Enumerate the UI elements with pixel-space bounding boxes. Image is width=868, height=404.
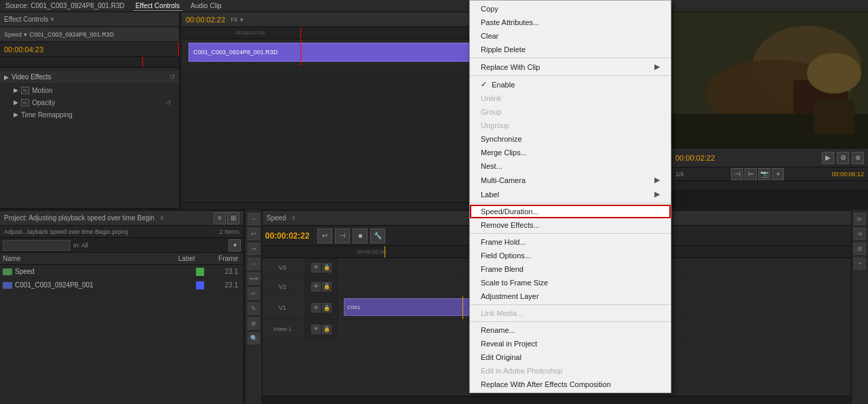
ctx-reveal-project[interactable]: Reveal in Project (470, 337, 671, 350)
sidebar-btn-1[interactable]: ⊳ (854, 213, 866, 225)
ctx-synchronize[interactable]: Synchronize (470, 132, 671, 146)
ctx-field-options[interactable]: Field Options... (470, 249, 671, 262)
ctx-sep-1 (470, 58, 671, 58)
project-list-btn[interactable]: ≡ (214, 212, 226, 224)
top-tl-clip-name: C001_C003_0924P8_001.R3D (193, 49, 278, 56)
c001-label-box (196, 281, 204, 289)
ctx-multi-camera[interactable]: Multi-Camera ▶ (470, 173, 671, 187)
ctx-label[interactable]: Label ▶ (470, 187, 671, 201)
tl-tool-9[interactable]: 🔍 (248, 332, 260, 344)
ctx-nest[interactable]: Nest... (470, 159, 671, 173)
preview-scrollbar[interactable] (671, 180, 868, 190)
project-search-input[interactable] (3, 240, 71, 251)
sidebar-btn-2[interactable]: ⊲ (854, 228, 866, 240)
tl-tool-7[interactable]: ✎ (248, 302, 260, 315)
tl-tool-2[interactable]: ↩ (248, 228, 260, 240)
preview-mark-in[interactable]: ⊣ (731, 168, 743, 180)
c001-item-icon (3, 282, 12, 289)
ctx-rename[interactable]: Rename... (470, 323, 671, 337)
sidebar-btn-4[interactable]: + (854, 258, 866, 270)
motion-effect[interactable]: ▶ fx Motion (0, 84, 179, 96)
opacity-reset[interactable]: ↺ (165, 99, 171, 106)
project-path-text: Adjusti...layback speed over time Begin.… (4, 228, 128, 235)
ctx-copy[interactable]: Copy (470, 2, 671, 16)
opacity-effect[interactable]: ▶ fx Opacity ↺ (0, 96, 179, 108)
effects-list: ▶ Video Effects ↺ ▶ fx Motion ▶ fx Opaci… (0, 68, 179, 123)
ctx-speed-duration[interactable]: Speed/Duration... (470, 205, 671, 218)
tl-tool-3[interactable]: ⊸ (248, 243, 260, 255)
track-audio1-label: Video 1 (262, 320, 303, 338)
project-in-all[interactable]: In: All (73, 242, 88, 249)
tl-ctrl-wrench[interactable]: 🔧 (370, 228, 385, 243)
ctx-edit-photoshop[interactable]: Edit in Adobe Photoshop (470, 364, 671, 378)
timeline-timecode: 00:00:02:22 (265, 231, 309, 241)
tl-ctrl-clip[interactable]: ⊣ (335, 228, 350, 243)
ctx-replace-with-clip[interactable]: Replace With Clip ▶ (470, 60, 671, 74)
tl-tool-4[interactable]: ↔ (248, 258, 260, 270)
track-audio1-lock[interactable]: 🔒 (322, 325, 332, 334)
ctx-paste-attr[interactable]: Paste Attributes... (470, 16, 671, 29)
track-v2-eye[interactable]: 👁 (311, 282, 321, 291)
ctx-replace-ae[interactable]: Replace With After Effects Composition (470, 378, 671, 391)
ctx-group[interactable]: Group (470, 105, 671, 119)
time-remapping-effect[interactable]: ▶ Time Remapping (0, 108, 179, 121)
tl-tool-6[interactable]: ✂ (248, 287, 260, 300)
top-tl-playhead (300, 27, 301, 39)
ctx-scale-frame[interactable]: Scale to Frame Size (470, 276, 671, 289)
ctx-sep-2 (470, 75, 671, 76)
preview-camera[interactable]: 📷 (758, 168, 770, 180)
ctx-unlink[interactable]: Unlink (470, 92, 671, 105)
preview-add[interactable]: + (772, 168, 784, 180)
ctx-frame-blend[interactable]: Frame Blend (470, 262, 671, 276)
ctx-frame-hold[interactable]: Frame Hold... (470, 235, 671, 249)
tab-audio-clip[interactable]: Audio Clip (188, 1, 224, 10)
speed-label-box (196, 268, 204, 276)
tab-source[interactable]: Source: C001_C003_0924P8_001.R3D (3, 1, 127, 10)
track-v1-lock[interactable]: 🔒 (322, 303, 332, 312)
c001-item-name: C001_C003_0924P8_001 (15, 281, 193, 289)
project-search-bar: In: All ▾ (0, 238, 243, 253)
project-item-speed[interactable]: Speed 23.1 (0, 265, 243, 279)
preview-mark-out[interactable]: ⊢ (745, 168, 757, 180)
ctx-remove-effects[interactable]: Remove Effects... (470, 218, 671, 232)
ctx-ripple-delete[interactable]: Ripple Delete (470, 43, 671, 56)
project-filter-icon[interactable]: ▾ (229, 239, 241, 251)
top-tl-scrollbar[interactable] (182, 202, 469, 209)
sidebar-btn-3[interactable]: ⊞ (854, 243, 866, 255)
top-tl-dropdown[interactable]: ▾ (240, 16, 243, 23)
timeline-close[interactable]: × (292, 214, 296, 222)
v1-clip[interactable]: C001 (344, 298, 479, 316)
track-v1-eye[interactable]: 👁 (311, 303, 321, 312)
tab-effect-controls[interactable]: Effect Controls (133, 1, 182, 11)
project-filter-btn[interactable]: ▾ (229, 239, 241, 251)
track-audio1-eye[interactable]: 👁 (311, 325, 321, 334)
video-effects-section[interactable]: ▶ Video Effects ↺ (0, 70, 179, 84)
preview-zoom-btn[interactable]: ⊕ (852, 152, 864, 164)
track-v3-lock[interactable]: 🔒 (322, 263, 332, 272)
top-tl-fit[interactable]: Fit (231, 16, 237, 23)
tl-tool-1[interactable]: ↔ (248, 213, 260, 225)
project-icon-btn[interactable]: ⊞ (227, 212, 239, 224)
tl-tool-5[interactable]: ⟺ (248, 272, 260, 285)
preview-play-btn[interactable]: ▶ (822, 152, 834, 164)
ctx-adj-layer[interactable]: Adjustment Layer (470, 289, 671, 303)
ctx-enable[interactable]: ✓ Enable (470, 77, 671, 92)
top-tl-clip[interactable]: C001_C003_0924P8_001.R3D (189, 43, 480, 62)
project-item-c001[interactable]: C001_C003_0924P8_001 23.1 (0, 279, 243, 292)
tl-tool-8[interactable]: ⊕ (248, 317, 260, 329)
tl-ctrl-back[interactable]: ↩ (317, 228, 332, 243)
track-v2-lock[interactable]: 🔒 (322, 282, 332, 291)
tl-ctrl-stop[interactable]: ■ (353, 228, 368, 243)
ctx-edit-original[interactable]: Edit Original (470, 350, 671, 364)
project-items-count: 2 Items (219, 228, 239, 235)
ctx-link-media[interactable]: Link Media... (470, 306, 671, 320)
ctx-mc-label: Multi-Camera (481, 176, 526, 184)
ctx-ungroup[interactable]: Ungroup (470, 119, 671, 132)
timeline-scrollbar[interactable] (262, 396, 868, 404)
ctx-merge-clips[interactable]: Merge Clips... (470, 146, 671, 159)
project-close[interactable]: × (160, 214, 164, 222)
track-v3-eye[interactable]: 👁 (311, 263, 321, 272)
video-effects-reset[interactable]: ↺ (170, 73, 175, 81)
preview-settings-btn[interactable]: ⚙ (837, 152, 849, 164)
ctx-clear[interactable]: Clear (470, 29, 671, 43)
